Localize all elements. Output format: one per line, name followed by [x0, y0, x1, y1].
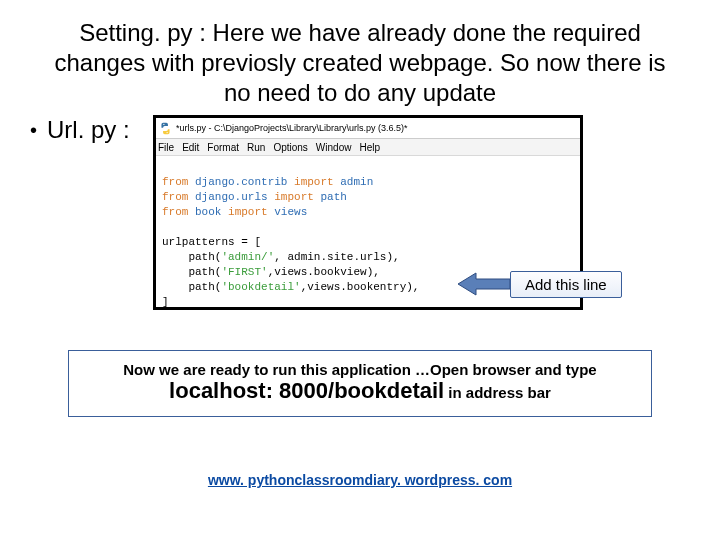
menu-help[interactable]: Help	[359, 142, 380, 153]
callout-label: Add this line	[510, 271, 622, 298]
svg-point-1	[166, 131, 167, 132]
editor-title: *urls.py - C:\DjangoProjects\Library\Lib…	[176, 123, 408, 133]
python-file-icon	[159, 122, 172, 135]
menu-edit[interactable]: Edit	[182, 142, 199, 153]
editor-titlebar: *urls.py - C:\DjangoProjects\Library\Lib…	[156, 118, 580, 139]
footer-link[interactable]: www. pythonclassroomdiary. wordpress. co…	[208, 472, 512, 488]
instruction-line2: localhost: 8000/bookdetail in address ba…	[83, 378, 637, 404]
instruction-line1: Now we are ready to run this application…	[83, 361, 637, 378]
menu-options[interactable]: Options	[273, 142, 307, 153]
heading-text: Setting. py : Here we have already done …	[40, 18, 680, 108]
arrow-left-icon	[458, 271, 510, 297]
instruction-box: Now we are ready to run this application…	[68, 350, 652, 417]
menu-window[interactable]: Window	[316, 142, 352, 153]
svg-point-0	[163, 123, 164, 124]
instruction-tail: in address bar	[444, 384, 551, 401]
menu-format[interactable]: Format	[207, 142, 239, 153]
bullet-dot-icon: •	[30, 116, 37, 144]
bullet-label: Url. py :	[47, 116, 130, 144]
footer: www. pythonclassroomdiary. wordpress. co…	[0, 472, 720, 488]
editor-menubar: File Edit Format Run Options Window Help	[156, 139, 580, 156]
svg-marker-2	[458, 273, 510, 295]
menu-run[interactable]: Run	[247, 142, 265, 153]
callout: Add this line	[458, 268, 658, 300]
instruction-url: localhost: 8000/bookdetail	[169, 378, 444, 403]
menu-file[interactable]: File	[158, 142, 174, 153]
